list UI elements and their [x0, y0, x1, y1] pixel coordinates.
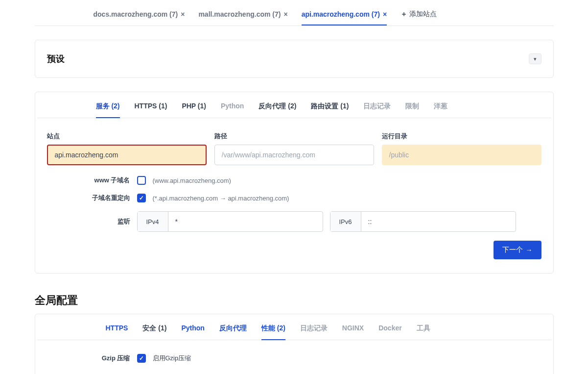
tab-service[interactable]: 服务 (2) — [96, 102, 120, 118]
close-icon[interactable]: × — [181, 10, 185, 18]
rundir-input[interactable] — [382, 145, 541, 165]
gtab-performance[interactable]: 性能 (2) — [261, 324, 285, 340]
preset-card: 预设 ▾ — [35, 40, 554, 78]
tab-limit[interactable]: 限制 — [405, 102, 419, 118]
plus-icon: ＋ — [400, 10, 407, 19]
tab-label: docs.macrozheng.com (7) — [94, 10, 178, 18]
next-button[interactable]: 下一个 → — [494, 241, 541, 259]
ipv6-label: IPv6 — [330, 212, 361, 231]
gtab-tools[interactable]: 工具 — [417, 324, 430, 340]
preset-title: 预设 — [47, 53, 65, 65]
redirect-hint: (*.api.macrozheng.com → api.macrozheng.c… — [153, 195, 289, 202]
gzip-label: Gzip 压缩 — [47, 354, 130, 363]
www-hint: (www.api.macrozheng.com) — [153, 177, 231, 184]
rundir-label: 运行目录 — [382, 132, 541, 141]
ipv4-group: IPv4 — [137, 211, 323, 232]
gtab-logging[interactable]: 日志记录 — [300, 324, 328, 340]
gtab-python[interactable]: Python — [181, 324, 204, 340]
ipv6-input[interactable] — [361, 212, 516, 231]
close-icon[interactable]: × — [383, 10, 387, 18]
gtab-nginx[interactable]: NGINX — [342, 324, 364, 340]
config-tabs: 服务 (2) HTTPS (1) PHP (1) Python 反向代理 (2)… — [37, 92, 551, 118]
tab-logging[interactable]: 日志记录 — [363, 102, 391, 118]
site-tabs: docs.macrozheng.com (7) × mall.macrozhen… — [35, 0, 554, 26]
close-icon[interactable]: × — [283, 10, 287, 18]
ipv6-group: IPv6 — [330, 211, 516, 232]
tab-reverse-proxy[interactable]: 反向代理 (2) — [259, 102, 296, 118]
tab-https[interactable]: HTTPS (1) — [135, 102, 167, 118]
tab-python[interactable]: Python — [221, 102, 244, 118]
tab-site-1[interactable]: mall.macrozheng.com (7) × — [198, 6, 287, 25]
redirect-checkbox[interactable] — [137, 194, 146, 202]
gzip-checkbox[interactable] — [137, 354, 146, 363]
tab-label: api.macrozheng.com (7) — [302, 10, 380, 18]
add-site-button[interactable]: ＋ 添加站点 — [400, 6, 437, 25]
field-site: 站点 — [47, 132, 207, 165]
gtab-docker[interactable]: Docker — [378, 324, 401, 340]
field-rundir: 运行目录 — [382, 132, 541, 165]
gzip-hint: 启用Gzip压缩 — [153, 354, 191, 363]
arrow-right-icon: → — [526, 246, 533, 254]
gtab-reverse-proxy[interactable]: 反向代理 — [219, 324, 247, 340]
tab-label: mall.macrozheng.com (7) — [198, 10, 281, 18]
tab-site-0[interactable]: docs.macrozheng.com (7) × — [94, 6, 185, 25]
global-card: HTTPS 安全 (1) Python 反向代理 性能 (2) 日志记录 NGI… — [35, 314, 554, 374]
chevron-down-icon: ▾ — [534, 56, 537, 62]
global-tabs: HTTPS 安全 (1) Python 反向代理 性能 (2) 日志记录 NGI… — [37, 314, 551, 340]
tab-site-2[interactable]: api.macrozheng.com (7) × — [302, 6, 387, 25]
redirect-label: 子域名重定向 — [47, 194, 130, 202]
site-label: 站点 — [47, 132, 207, 141]
listen-label: 监听 — [47, 217, 130, 226]
tab-routing[interactable]: 路由设置 (1) — [311, 102, 349, 118]
ipv4-input[interactable] — [168, 212, 323, 231]
www-label: www 子域名 — [47, 176, 130, 185]
path-input[interactable] — [214, 145, 374, 165]
config-card: 服务 (2) HTTPS (1) PHP (1) Python 反向代理 (2)… — [35, 92, 554, 274]
add-site-label: 添加站点 — [409, 10, 437, 19]
gtab-security[interactable]: 安全 (1) — [142, 324, 166, 340]
tab-onion[interactable]: 洋葱 — [434, 102, 447, 118]
site-input[interactable] — [47, 145, 207, 165]
tab-php[interactable]: PHP (1) — [182, 102, 206, 118]
ipv4-label: IPv4 — [138, 212, 168, 231]
next-label: 下一个 — [502, 246, 523, 254]
global-title: 全局配置 — [35, 293, 554, 308]
www-checkbox[interactable] — [137, 176, 146, 185]
path-label: 路径 — [214, 132, 374, 141]
gtab-https[interactable]: HTTPS — [106, 324, 128, 340]
collapse-button[interactable]: ▾ — [529, 53, 541, 64]
field-path: 路径 — [214, 132, 374, 165]
